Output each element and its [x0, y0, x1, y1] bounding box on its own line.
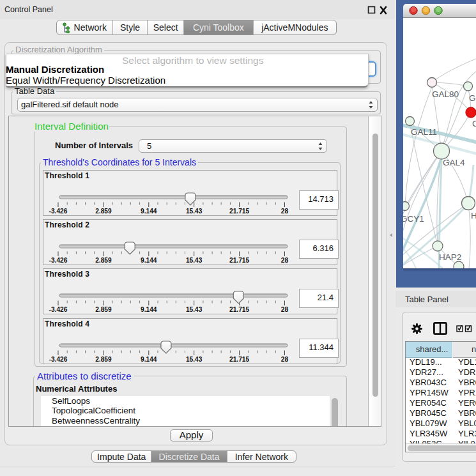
svg-text:-3.426: -3.426	[49, 356, 68, 363]
svg-text:21.715: 21.715	[229, 356, 249, 363]
svg-text:2.859: 2.859	[95, 257, 112, 264]
svg-text:28: 28	[281, 257, 289, 264]
svg-text:9.144: 9.144	[141, 356, 157, 363]
svg-text:28: 28	[281, 356, 289, 363]
svg-text:15.43: 15.43	[186, 257, 203, 264]
svg-text:H: H	[471, 211, 476, 220]
svg-text:28: 28	[281, 208, 289, 215]
svg-text:9.144: 9.144	[141, 208, 157, 215]
svg-text:HAP2: HAP2	[439, 252, 461, 262]
svg-text:21.715: 21.715	[229, 306, 249, 313]
svg-text:21.715: 21.715	[229, 208, 249, 215]
svg-text:9.144: 9.144	[141, 306, 157, 313]
svg-text:2.859: 2.859	[95, 306, 112, 313]
svg-text:15.43: 15.43	[186, 356, 203, 363]
svg-text:15.43: 15.43	[186, 306, 203, 313]
svg-text:GAL4: GAL4	[443, 158, 465, 167]
svg-text:G.: G.	[469, 93, 476, 103]
svg-text:28: 28	[281, 306, 289, 313]
svg-text:-3.426: -3.426	[49, 306, 68, 313]
svg-text:-3.426: -3.426	[49, 208, 68, 215]
svg-text:GCY1: GCY1	[403, 214, 424, 224]
svg-text:9.144: 9.144	[141, 257, 157, 264]
svg-text:-3.426: -3.426	[49, 257, 68, 264]
svg-text:C: C	[472, 119, 476, 128]
svg-text:15.43: 15.43	[186, 208, 203, 215]
svg-text:2.859: 2.859	[95, 356, 112, 363]
svg-text:GAL11: GAL11	[411, 127, 437, 137]
svg-text:2.859: 2.859	[95, 208, 112, 215]
svg-text:GAL80: GAL80	[432, 89, 459, 99]
svg-text:21.715: 21.715	[229, 257, 249, 264]
